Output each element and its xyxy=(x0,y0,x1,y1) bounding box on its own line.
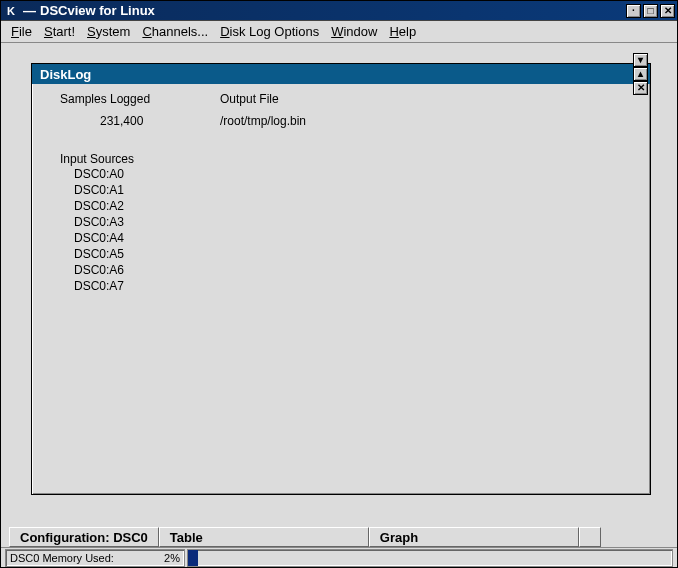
disklog-title: DiskLog xyxy=(40,67,91,82)
menu-disk-log-label: isk Log Options xyxy=(230,24,320,39)
menu-down-icon[interactable]: ▾ xyxy=(633,53,648,67)
input-source-item: DSC0:A7 xyxy=(74,278,634,294)
menu-bar: File Start! System Channels... Disk Log … xyxy=(1,21,677,43)
app-icon: K xyxy=(3,3,19,19)
client-area: DiskLog ▾ ▴ ✕ Samples Logged Output File… xyxy=(1,43,677,525)
samples-logged-value: 231,400 xyxy=(60,114,220,128)
menu-file[interactable]: File xyxy=(7,22,36,41)
menu-help-label: elp xyxy=(399,24,416,39)
menu-window[interactable]: Window xyxy=(327,22,381,41)
menu-channels-label: hannels... xyxy=(152,24,208,39)
maximize-icon[interactable]: □ xyxy=(643,4,658,18)
menu-start-label: tart! xyxy=(53,24,75,39)
menu-file-label: ile xyxy=(19,24,32,39)
output-file-value: /root/tmp/log.bin xyxy=(220,114,306,128)
input-source-item: DSC0:A0 xyxy=(74,166,634,182)
menu-start[interactable]: Start! xyxy=(40,22,79,41)
disklog-window: DiskLog ▾ ▴ ✕ Samples Logged Output File… xyxy=(31,63,651,495)
input-source-item: DSC0:A2 xyxy=(74,198,634,214)
memory-progress-fill xyxy=(188,550,198,566)
tabs-bar: Configuration: DSC0 Table Graph xyxy=(1,525,677,547)
window-title-text: DSCview for Linux xyxy=(40,3,626,18)
status-bar: DSC0 Memory Used: 2% xyxy=(1,547,677,567)
tab-graph-label: Graph xyxy=(380,530,418,545)
input-source-item: DSC0:A1 xyxy=(74,182,634,198)
input-sources-list: DSC0:A0DSC0:A1DSC0:A2DSC0:A3DSC0:A4DSC0:… xyxy=(74,166,634,294)
input-source-item: DSC0:A3 xyxy=(74,214,634,230)
input-source-item: DSC0:A6 xyxy=(74,262,634,278)
status-label-text: DSC0 Memory Used: xyxy=(10,552,114,564)
tab-overflow xyxy=(579,527,601,547)
menu-channels[interactable]: Channels... xyxy=(138,22,212,41)
input-sources-label: Input Sources xyxy=(60,152,634,166)
samples-logged-label: Samples Logged xyxy=(60,92,220,106)
close-icon[interactable]: ✕ xyxy=(660,4,675,18)
menu-system-label: ystem xyxy=(96,24,131,39)
output-file-label: Output File xyxy=(220,92,279,106)
inner-close-icon[interactable]: ✕ xyxy=(633,81,648,95)
input-source-item: DSC0:A4 xyxy=(74,230,634,246)
memory-progress xyxy=(187,549,673,567)
restore-icon[interactable]: ▴ xyxy=(633,67,648,81)
disklog-body: Samples Logged Output File 231,400 /root… xyxy=(32,84,650,302)
input-source-item: DSC0:A5 xyxy=(74,246,634,262)
main-window: K — DSCview for Linux · □ ✕ File Start! … xyxy=(0,0,678,568)
menu-help[interactable]: Help xyxy=(385,22,420,41)
tab-table[interactable]: Table xyxy=(159,527,369,547)
menu-disk-log[interactable]: Disk Log Options xyxy=(216,22,323,41)
minimize-icon[interactable]: · xyxy=(626,4,641,18)
status-label: DSC0 Memory Used: 2% xyxy=(5,549,185,567)
tab-table-label: Table xyxy=(170,530,203,545)
window-title: — xyxy=(23,3,36,18)
tab-configuration[interactable]: Configuration: DSC0 xyxy=(9,527,159,547)
tab-graph[interactable]: Graph xyxy=(369,527,579,547)
status-pct-text: 2% xyxy=(164,552,180,564)
title-bar: K — DSCview for Linux · □ ✕ xyxy=(1,1,677,21)
menu-system[interactable]: System xyxy=(83,22,134,41)
menu-window-label: indow xyxy=(343,24,377,39)
disklog-title-bar: DiskLog ▾ ▴ ✕ xyxy=(32,64,650,84)
tab-configuration-label: Configuration: DSC0 xyxy=(20,530,148,545)
